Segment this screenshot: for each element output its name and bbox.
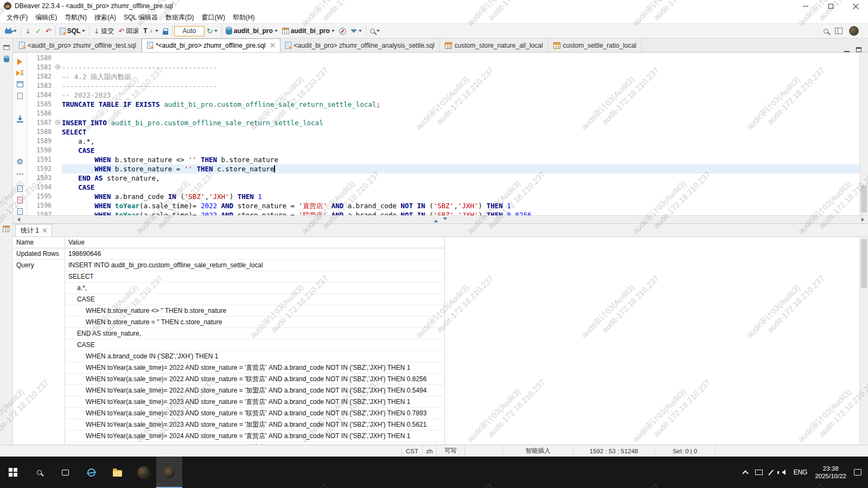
rollback-button[interactable]: ↶ — [43, 24, 54, 37]
editor-vscrollbar[interactable] — [859, 53, 868, 215]
grid-row[interactable]: END AS store_nature, — [13, 328, 859, 339]
editor-line[interactable]: 1582-- 4.2 插入国内数据 — [27, 72, 859, 81]
grid-row[interactable]: CASE — [13, 339, 859, 351]
close-tab-icon[interactable] — [42, 228, 47, 233]
editor-line[interactable]: 1594 CASE — [27, 183, 859, 192]
execute-script-button[interactable] — [15, 69, 25, 76]
script-log-button[interactable] — [15, 92, 25, 99]
menu-item-6[interactable]: 数据库(D) — [162, 12, 198, 23]
layout-panels-icon[interactable] — [835, 28, 843, 34]
editor-line[interactable]: 1590 CASE — [27, 146, 859, 155]
sql-editor-menu-button[interactable]: SQL — [58, 24, 88, 37]
scrollbar-thumb[interactable] — [861, 185, 867, 213]
results-grid-icon[interactable] — [3, 226, 10, 232]
menu-item-8[interactable]: 帮助(H) — [229, 12, 259, 23]
taskbar-clock[interactable]: 23:38 2025/10/22 — [815, 465, 846, 480]
editor-tab-3[interactable]: <audit_bi_pro> zhumr_offline_analysis_se… — [280, 38, 440, 52]
editor-line[interactable]: 1588SELECT — [27, 127, 859, 137]
language-indicator[interactable]: ENG — [793, 468, 807, 476]
editor-line[interactable]: 1580 — [27, 54, 859, 63]
refresh-history-button[interactable]: ↻ — [205, 24, 220, 37]
pin-editor-button[interactable]: ↓ — [23, 24, 33, 37]
editor-line[interactable]: 1586 — [27, 109, 859, 118]
editor-line[interactable]: 1581------------------------------------… — [27, 63, 859, 72]
volume-icon[interactable] — [779, 470, 786, 475]
open-sql-button[interactable] — [15, 208, 25, 215]
menu-item-5[interactable]: SQL 编辑器 — [120, 12, 162, 23]
editor-line[interactable]: 1584-- 2022-2023 — [27, 91, 859, 100]
sash-down-icon[interactable] — [443, 217, 448, 222]
grid-row[interactable]: SELECT — [13, 271, 859, 282]
menu-item-3[interactable]: 导航(N) — [61, 12, 91, 23]
grid-row[interactable]: WHEN a.brand_code IN ('SBZ','JXH') THEN … — [13, 351, 859, 362]
pen-tray-icon[interactable] — [768, 469, 774, 475]
menu-item-2[interactable]: 编辑(E) — [31, 12, 61, 23]
editor-line[interactable]: 1583------------------------------------… — [27, 81, 859, 91]
grid-row[interactable]: WHEN b.store_nature = '' THEN c.store_na… — [13, 317, 859, 328]
menu-item-7[interactable]: 窗口(W) — [198, 12, 229, 23]
app-taskbar-button-1[interactable] — [130, 457, 156, 488]
commit-tx-button[interactable]: ↓提交 — [91, 24, 116, 37]
editor-line[interactable]: 1597 WHEN toYear(a.sale_time)= 2022 AND … — [27, 210, 859, 215]
editor-line[interactable]: 1595 WHEN a.brand_code IN ('SBZ','JXH') … — [27, 192, 859, 201]
sql-editor[interactable]: 15801581--------------------------------… — [27, 53, 859, 215]
maximize-button[interactable] — [818, 0, 843, 12]
scrollbar-thumb[interactable] — [861, 239, 867, 288]
connection-selector-button[interactable] — [3, 24, 19, 37]
editor-tab-1[interactable]: <audit_bi_pro> zhumr_offline_test.sql — [14, 38, 142, 52]
database-selector[interactable]: audit_bi_pro — [224, 24, 280, 37]
grid-row[interactable]: WHEN toYear(a.sale_time)= 2024 AND store… — [13, 431, 859, 442]
minimized-view-icon[interactable] — [3, 45, 10, 50]
editor-line[interactable]: 1593 END AS store_nature, — [27, 174, 859, 183]
rail-overflow-button[interactable] — [15, 171, 25, 178]
tray-expand-chevron-icon[interactable] — [743, 470, 749, 476]
editor-line[interactable]: 1587INSERT INTO audit_bi_pro.custom_offl… — [27, 118, 859, 127]
fold-collapse-icon[interactable] — [55, 65, 60, 69]
close-button[interactable] — [843, 0, 868, 12]
commit-button[interactable]: ✓ — [33, 24, 43, 37]
fold-collapse-icon[interactable] — [55, 120, 60, 125]
transaction-mode-button[interactable]: T↓ — [141, 24, 161, 37]
maximize-editor-icon[interactable] — [856, 47, 861, 52]
navigate-button[interactable] — [337, 24, 348, 37]
grid-row[interactable]: WHEN toYear(a.sale_time)= 2022 AND store… — [13, 374, 859, 385]
editor-tab-5[interactable]: custom_settle_ratio_local — [548, 38, 642, 52]
grid-row[interactable]: WHEN toYear(a.sale_time)= 2022 AND store… — [13, 362, 859, 374]
close-tab-icon[interactable] — [270, 43, 275, 48]
file-explorer-button[interactable] — [104, 457, 130, 488]
database-navigator-icon[interactable] — [3, 56, 9, 62]
toolbar-search-button[interactable] — [368, 24, 382, 37]
ie-taskbar-button[interactable] — [78, 457, 104, 488]
export-data-button[interactable] — [15, 115, 25, 123]
grid-row[interactable]: QueryINSERT INTO audit_bi_pro.custom_off… — [13, 260, 859, 271]
action-center-icon[interactable] — [854, 469, 861, 476]
menu-item-4[interactable]: 搜索(A) — [91, 12, 120, 23]
editor-line[interactable]: 1596 WHEN toYear(a.sale_time)= 2022 AND … — [27, 201, 859, 210]
editor-line[interactable]: 1591 WHEN b.store_nature <> '' THEN b.st… — [27, 155, 859, 164]
grid-row[interactable]: WHEN toYear(a.sale_time)= 2022 AND store… — [13, 385, 859, 396]
auto-commit-box[interactable]: Auto — [174, 26, 205, 36]
scroll-right-button[interactable] — [859, 216, 868, 223]
rollback-tx-button[interactable]: ↶回滚 — [116, 24, 141, 37]
schema-selector[interactable]: audit_bi_pro — [280, 24, 337, 37]
editor-tab-2[interactable]: *<audit_bi_pro> zhumr_offline_pre.sql — [142, 38, 280, 52]
editor-tab-4[interactable]: custom_store_nature_all_local — [440, 38, 548, 52]
grid-row[interactable]: WHEN toYear(a.sale_time)= 2023 AND store… — [13, 396, 859, 408]
lock-button[interactable] — [161, 24, 170, 37]
statistics-tab[interactable]: 统计 1 — [15, 224, 52, 236]
editor-settings-button[interactable]: ⚙ — [15, 158, 25, 165]
quick-search-icon[interactable] — [824, 29, 828, 34]
save-sql-button[interactable] — [15, 197, 25, 204]
grid-row[interactable]: WHEN toYear(a.sale_time)= 2023 AND store… — [13, 408, 859, 419]
editor-hscrollbar[interactable] — [13, 215, 868, 224]
editor-line[interactable]: 1592 WHEN b.store_nature = '' THEN c.sto… — [27, 164, 859, 174]
monitor-tray-icon[interactable] — [755, 470, 763, 475]
sash-up-icon[interactable] — [434, 217, 438, 222]
grid-row[interactable]: WHEN toYear(a.sale_time)= 2023 AND store… — [13, 419, 859, 431]
app-taskbar-button-2[interactable] — [156, 457, 182, 488]
scroll-left-button[interactable] — [13, 216, 22, 223]
grid-row[interactable]: a.*, — [13, 282, 859, 294]
minimize-editor-icon[interactable] — [844, 51, 850, 52]
filter-button[interactable] — [348, 24, 364, 37]
editor-line[interactable]: 1589 a.*, — [27, 137, 859, 146]
